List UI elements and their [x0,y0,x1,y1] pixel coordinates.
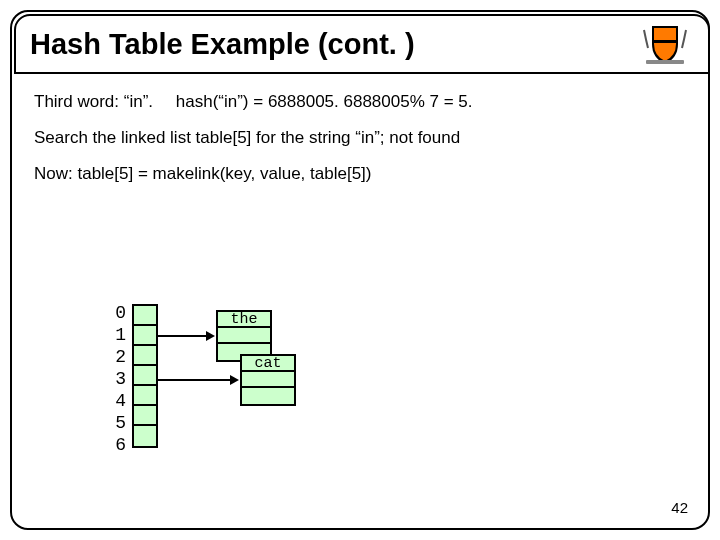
node-key: the [218,312,270,328]
array-cell [134,386,156,406]
hash-array [132,304,158,448]
index-label: 2 [112,346,126,368]
body-line-2: Search the linked list table[5] for the … [34,126,686,150]
title-bar: Hash Table Example (cont. ) [14,14,710,74]
node-value [218,328,270,344]
slide-title: Hash Table Example (cont. ) [30,28,415,61]
princeton-shield-icon [636,20,694,68]
arrow-head-icon [206,331,215,341]
svg-rect-1 [646,60,684,64]
array-indices: 0 1 2 3 4 5 6 [112,302,126,456]
array-cell [134,426,156,446]
index-label: 5 [112,412,126,434]
node-next [242,388,294,404]
svg-rect-0 [654,40,676,43]
slide-body: Third word: “in”. hash(“in”) = 6888005. … [34,90,686,197]
index-label: 3 [112,368,126,390]
slide-frame: Hash Table Example (cont. ) Third word: … [10,10,710,530]
page-number: 42 [671,499,688,516]
index-label: 6 [112,434,126,456]
body-line-1: Third word: “in”. hash(“in”) = 6888005. … [34,90,686,114]
pointer-arrow [158,379,230,381]
hash-diagram: 0 1 2 3 4 5 6 the cat [112,302,512,482]
index-label: 4 [112,390,126,412]
array-cell [134,326,156,346]
body-line-3: Now: table[5] = makelink(key, value, tab… [34,162,686,186]
index-label: 1 [112,324,126,346]
line1-part-a: Third word: “in”. [34,92,153,111]
node-key: cat [242,356,294,372]
index-label: 0 [112,302,126,324]
list-node-cat: cat [240,354,296,406]
arrow-head-icon [230,375,239,385]
array-cell [134,306,156,326]
array-cell [134,366,156,386]
pointer-arrow [158,335,206,337]
array-cell [134,406,156,426]
line1-part-b: hash(“in”) = 6888005. 6888005% 7 = 5. [176,92,473,111]
array-cell [134,346,156,366]
node-value [242,372,294,388]
